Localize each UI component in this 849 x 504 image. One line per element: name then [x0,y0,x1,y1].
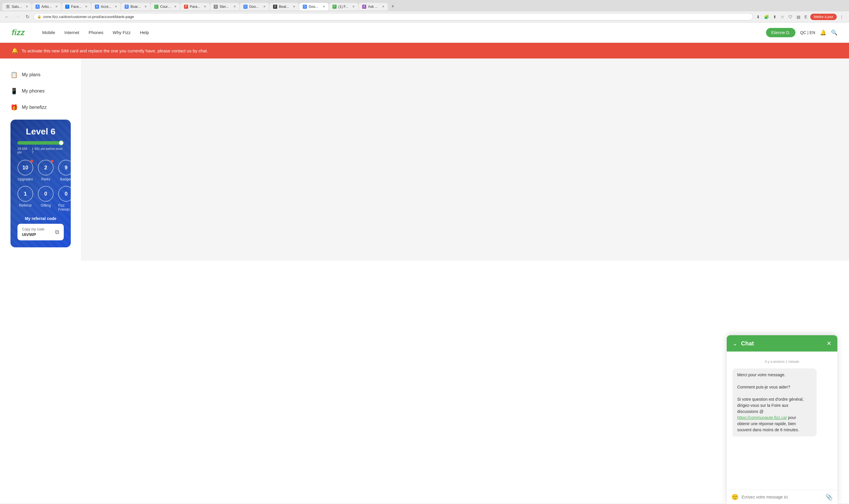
copy-icon[interactable]: ⧉ [55,229,59,235]
sidebar-phones-label: My phones [22,88,45,94]
language-button[interactable]: QC | EN [800,30,815,35]
nav-help[interactable]: Help [140,29,149,36]
nav-phones[interactable]: Phones [89,29,103,36]
nav-why-fizz[interactable]: Why Fizz [113,29,131,36]
benefizz-icon: 🎁 [11,104,18,111]
tab-close-boar[interactable]: ✕ [144,5,147,8]
tab-cour[interactable]: C Cour... ✕ [151,3,180,11]
referral-section: My referral code Copy my code IAVWP ⧉ [17,216,64,240]
tab-arbo[interactable]: A Arbo... ✕ [32,3,61,11]
level-title: Level 6 [17,127,64,137]
browser-chrome: S Satu... ✕ A Arbo... ✕ f Face... ✕ A Ac… [0,0,849,22]
site-logo[interactable]: fizz [12,28,25,37]
profile-icon[interactable]: E [803,14,808,20]
menu-icon[interactable]: ⋮ [838,14,845,20]
sidebar-item-phones[interactable]: 📱 My phones [6,84,75,98]
shield-icon[interactable]: 🛡 [787,14,794,20]
tab-f[interactable]: F (1) F... ✕ [329,3,358,11]
tab-close-acce[interactable]: ✕ [115,5,117,8]
stat-badges[interactable]: 9 Badges [58,160,71,181]
nav-mobile[interactable]: Mobile [42,29,55,36]
sidebar: 📋 My plans 📱 My phones 🎁 My benefizz Lev… [0,58,82,261]
new-tab-button[interactable]: + [388,2,397,11]
back-button[interactable]: ← [3,14,11,20]
browser-actions: ⬇ 🧩 ⬆ ☆ 🛡 ▤ E Mettre à jour ⋮ [755,14,846,20]
forward-button[interactable]: → [13,14,21,20]
chat-message3-line1: Si votre question est d'ordre général, [737,397,803,401]
bookmark-icon[interactable]: ☆ [779,14,785,20]
tab-close-ask[interactable]: ✕ [382,5,384,8]
chat-message3-line2: dirigez-vous sur la Foire aux [737,403,789,408]
tab-close-arbo[interactable]: ✕ [55,5,58,8]
stat-fizz-friends[interactable]: 0 Fizz Friends [58,186,71,212]
stat-circle-badges: 9 [58,160,71,176]
sidebar-benefizz-label: My benefizz [22,105,47,110]
tab-acce[interactable]: A Acce... ✕ [91,3,121,11]
attach-button[interactable]: 📎 [826,493,833,501]
tab-goo1[interactable]: G Goo... ✕ [240,3,269,11]
refresh-button[interactable]: ↻ [24,13,31,20]
progress-next-pts: 1 931 pts before level 7 [32,147,64,154]
user-button[interactable]: Etienne D. [766,28,795,37]
nav-internet[interactable]: Internet [64,29,79,36]
tab-boar[interactable]: B Boar... ✕ [121,3,150,11]
stat-circle-upgrades: 10 [17,160,33,176]
progress-knob [58,140,64,145]
chat-message3-line3: discussions @ [737,409,763,414]
emoji-button[interactable]: 🙂 [731,493,739,501]
url-bar[interactable]: 🔒 zone.fizz.ca/dce/customer-ui-prod/acco… [34,13,753,20]
download-icon[interactable]: ⬇ [755,14,761,20]
url-text: zone.fizz.ca/dce/customer-ui-prod/accoun… [43,15,749,19]
tab-satu[interactable]: S Satu... ✕ [2,3,32,11]
tab-close-goo1[interactable]: ✕ [263,5,266,8]
stat-dot-upgrades [30,160,33,163]
update-button[interactable]: Mettre à jour [810,14,837,20]
tab-close-cour[interactable]: ✕ [174,5,176,8]
alert-banner: 🔔 To activate this new SIM card and repl… [0,43,849,58]
sidebar-item-plans[interactable]: 📋 My plans [6,67,75,82]
tab-beat[interactable]: B Beat... ✕ [270,3,299,11]
chat-header: ⌄ Chat ✕ [727,335,837,352]
tab-ask[interactable]: A Ask ... ✕ [359,3,388,11]
phones-icon: 📱 [11,88,18,94]
plans-icon: 📋 [11,71,18,78]
site-header: fizz Mobile Internet Phones Why Fizz Hel… [0,22,849,43]
notification-icon[interactable]: 🔔 [820,30,826,36]
sidebar-item-benefizz[interactable]: 🎁 My benefizz [6,100,75,115]
stat-perks[interactable]: 2 Perks [38,160,54,181]
tab-para[interactable]: P Para... ✕ [180,3,210,11]
tab-ster[interactable]: S Ster... ✕ [210,3,239,11]
referral-title: My referral code [17,216,64,221]
tab-close-face[interactable]: ✕ [85,5,87,8]
stat-gifting[interactable]: 0 Gifting [38,186,54,212]
tab-goo2[interactable]: G Goo... ✕ [299,3,329,11]
stat-circle-fizz-friends: 0 [58,186,71,202]
tab-close-ster[interactable]: ✕ [233,5,236,8]
tab-close-goo2[interactable]: ✕ [323,5,325,8]
chat-bubble-1: Merci pour votre message. Comment puis-j… [732,368,817,436]
alert-message: To activate this new SIM card and replac… [21,48,208,53]
sidebar-icon[interactable]: ▤ [795,14,801,20]
tab-close-beat[interactable]: ✕ [293,5,295,8]
chat-close-button[interactable]: ✕ [827,340,832,347]
chat-messages: il y a environ 1 minute Merci pour votre… [727,352,837,490]
chat-timestamp: il y a environ 1 minute [732,360,832,364]
search-icon[interactable]: 🔍 [831,30,837,36]
page-wrapper: fizz Mobile Internet Phones Why Fizz Hel… [0,22,849,503]
tab-face[interactable]: f Face... ✕ [62,3,91,11]
tab-bar: S Satu... ✕ A Arbo... ✕ f Face... ✕ A Ac… [0,0,849,11]
chat-message3-line6: souvent dans moins de 6 minutes. [737,428,799,432]
share-icon[interactable]: ⬆ [772,14,778,20]
tab-close-satu[interactable]: ✕ [25,5,28,8]
extension-icon[interactable]: 🧩 [763,14,770,20]
chat-link[interactable]: https://communaute.fizz.ca/ [737,415,787,420]
chat-widget: ⌄ Chat ✕ il y a environ 1 minute Merci p… [727,335,837,503]
stat-circle-perks: 2 [38,160,54,176]
tab-close-f[interactable]: ✕ [352,5,355,8]
progress-current-pts: 29 569 pts [17,147,32,154]
stat-upgrades[interactable]: 10 Upgrades [17,160,33,181]
tab-close-para[interactable]: ✕ [204,5,206,8]
stat-referral[interactable]: 1 Referral [17,186,33,212]
chat-input[interactable] [742,495,823,499]
chat-minimize-button[interactable]: ⌄ [732,340,738,347]
